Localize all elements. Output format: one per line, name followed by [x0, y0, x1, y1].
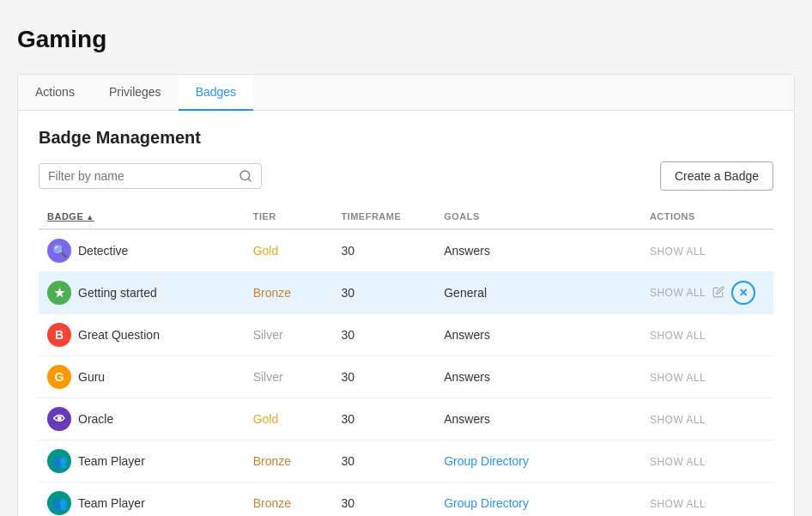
badge-name-cell: 🔍 Detective	[47, 239, 236, 263]
tier-cell: Silver	[245, 314, 333, 356]
badge-cell: B Great Question	[39, 314, 245, 356]
show-all-link[interactable]: SHOW ALL	[650, 330, 706, 342]
actions-cell: SHOW ALL	[641, 483, 773, 517]
tab-bar: ActionsPrivilegesBadges	[18, 75, 794, 111]
badge-icon: G	[47, 365, 71, 389]
tier-cell: Gold	[245, 398, 333, 440]
card-body: Badge Management Create a Badge	[18, 111, 794, 516]
column-badge[interactable]: BADGE	[39, 204, 245, 229]
tier-value: Silver	[253, 328, 283, 342]
goals-cell: General	[435, 272, 641, 314]
badge-name: Oracle	[78, 412, 113, 426]
timeframe-cell: 30	[332, 229, 435, 272]
create-badge-button[interactable]: Create a Badge	[660, 161, 773, 191]
search-box	[39, 163, 262, 189]
badge-name: Guru	[78, 370, 105, 384]
column-actions: ACTIONS	[641, 204, 773, 229]
tier-cell: Bronze	[245, 440, 333, 483]
table-row[interactable]: 🔍 Detective Gold30AnswersSHOW ALL	[39, 229, 773, 272]
section-title: Badge Management	[39, 128, 773, 148]
badge-icon: 🔍	[47, 239, 71, 263]
page-container: Gaming ActionsPrivilegesBadges Badge Man…	[0, 0, 812, 516]
search-button[interactable]	[239, 169, 252, 183]
tier-cell: Bronze	[245, 272, 333, 314]
column-goals: GOALS	[435, 204, 641, 229]
tab-badges[interactable]: Badges	[179, 75, 253, 111]
timeframe-cell: 30	[332, 398, 435, 440]
show-all-link[interactable]: SHOW ALL	[650, 456, 706, 468]
badge-cell: 🔍 Detective	[39, 229, 245, 272]
goals-cell: Group Directory	[435, 440, 641, 483]
badge-name-cell: B Great Question	[47, 323, 236, 347]
tier-value: Gold	[253, 244, 279, 258]
delete-button[interactable]: ×	[731, 281, 755, 305]
badge-name: Team Player	[78, 454, 145, 468]
table-header: BADGE TIER TIMEFRAME GOALS ACTIONS	[39, 204, 773, 229]
timeframe-cell: 30	[332, 272, 435, 314]
actions-cell: SHOW ALL	[641, 398, 773, 440]
actions-cell: SHOW ALL	[641, 440, 773, 483]
badge-name-cell: 👥 Team Player	[47, 491, 236, 515]
pencil-icon	[712, 286, 724, 298]
show-all-link[interactable]: SHOW ALL	[650, 287, 706, 299]
main-card: ActionsPrivilegesBadges Badge Management…	[17, 74, 795, 516]
search-input[interactable]	[48, 169, 239, 183]
timeframe-cell: 30	[332, 440, 435, 483]
badge-cell: G Guru	[39, 356, 245, 398]
badge-icon: 👥	[47, 449, 71, 473]
tier-value: Bronze	[253, 286, 291, 300]
timeframe-cell: 30	[332, 356, 435, 398]
badge-cell: 👥 Team Player	[39, 483, 245, 517]
tier-cell: Gold	[245, 229, 333, 272]
goals-cell: Answers	[435, 229, 641, 272]
timeframe-cell: 30	[332, 483, 435, 517]
goals-link[interactable]: Group Directory	[444, 496, 529, 510]
timeframe-cell: 30	[332, 314, 435, 356]
badge-cell: ★ Getting started	[39, 272, 245, 314]
goals-cell: Answers	[435, 314, 641, 356]
goals-link[interactable]: Group Directory	[444, 454, 529, 468]
edit-button[interactable]	[712, 286, 724, 300]
badge-cell: 👁 Oracle	[39, 398, 245, 440]
badge-name: Getting started	[78, 286, 157, 300]
tab-privileges[interactable]: Privileges	[92, 75, 179, 111]
tier-value: Bronze	[253, 454, 291, 468]
badge-name-cell: ★ Getting started	[47, 281, 236, 305]
goals-cell: Answers	[435, 356, 641, 398]
badge-name-cell: G Guru	[47, 365, 236, 389]
show-all-link[interactable]: SHOW ALL	[650, 372, 706, 384]
show-all-link[interactable]: SHOW ALL	[650, 498, 706, 510]
badge-name-cell: 👥 Team Player	[47, 449, 236, 473]
table-row[interactable]: G Guru Silver30AnswersSHOW ALL	[39, 356, 773, 398]
table-row[interactable]: B Great Question Silver30AnswersSHOW ALL	[39, 314, 773, 356]
show-all-link[interactable]: SHOW ALL	[650, 246, 706, 258]
actions-cell: SHOW ALL	[641, 356, 773, 398]
table-row[interactable]: 👥 Team Player Bronze30Group DirectorySHO…	[39, 440, 773, 483]
badge-icon: 👁	[47, 407, 71, 431]
tier-cell: Bronze	[245, 483, 333, 517]
badge-name: Team Player	[78, 496, 145, 510]
goals-cell: Group Directory	[435, 483, 641, 517]
actions-container: SHOW ALL ×	[650, 281, 765, 305]
table-row[interactable]: 👁 Oracle Gold30AnswersSHOW ALL	[39, 398, 773, 440]
badge-icon: B	[47, 323, 71, 347]
toolbar: Create a Badge	[39, 161, 773, 191]
badge-icon: ★	[47, 281, 71, 305]
badge-name: Detective	[78, 244, 128, 258]
table-row[interactable]: 👥 Team Player Bronze30Group DirectorySHO…	[39, 483, 773, 517]
search-icon	[239, 169, 252, 183]
tier-cell: Silver	[245, 356, 333, 398]
column-timeframe: TIMEFRAME	[332, 204, 435, 229]
page-title: Gaming	[17, 26, 795, 53]
table-body: 🔍 Detective Gold30AnswersSHOW ALL ★ Gett…	[39, 229, 773, 516]
show-all-link[interactable]: SHOW ALL	[650, 414, 706, 426]
goals-cell: Answers	[435, 398, 641, 440]
actions-cell: SHOW ALL ×	[641, 272, 773, 314]
badge-icon: 👥	[47, 491, 71, 515]
svg-line-1	[248, 179, 251, 181]
table-row[interactable]: ★ Getting started Bronze30General SHOW A…	[39, 272, 773, 314]
badge-name-cell: 👁 Oracle	[47, 407, 236, 431]
tier-value: Bronze	[253, 496, 291, 510]
tab-actions[interactable]: Actions	[18, 75, 92, 111]
tier-value: Silver	[253, 370, 283, 384]
